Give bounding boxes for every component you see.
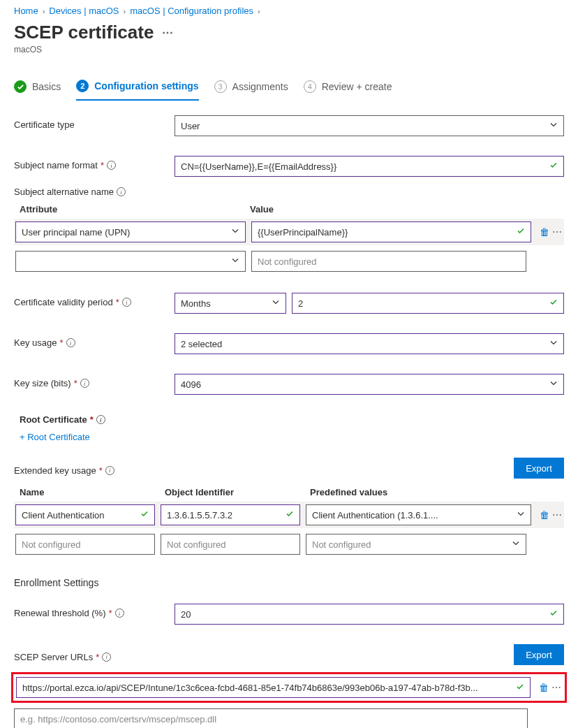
subj-name-label: Subject name format — [14, 160, 98, 170]
eku-predef-select[interactable]: Client Authentication (1.3.6.1.... — [306, 504, 531, 525]
more-icon[interactable]: ⋯ — [551, 682, 562, 693]
tab-assignments[interactable]: 3 Assignments — [214, 80, 288, 101]
tab-review-label: Review + create — [322, 81, 392, 92]
san-attr-empty-select[interactable] — [15, 251, 246, 272]
title-text: SCEP certificate — [14, 22, 154, 43]
info-icon[interactable]: i — [66, 338, 75, 347]
page-title: SCEP certificate ⋯ — [14, 22, 564, 43]
tab-review[interactable]: 4 Review + create — [304, 80, 392, 101]
eku-name-header: Name — [20, 487, 159, 497]
delete-icon[interactable]: 🗑 — [540, 226, 549, 238]
eku-oid-header: Object Identifier — [165, 487, 304, 497]
chevron-down-icon — [549, 379, 558, 390]
tab-config[interactable]: 2 Configuration settings — [76, 80, 198, 101]
page-subtitle: macOS — [14, 45, 564, 54]
eku-oid-empty-input[interactable]: Not configured — [161, 534, 300, 555]
key-usage-select[interactable]: 2 selected — [175, 333, 564, 354]
check-icon — [286, 510, 294, 520]
eku-label: Extended key usage — [14, 465, 96, 476]
info-icon[interactable]: i — [105, 466, 114, 475]
validity-label: Certificate validity period — [14, 297, 113, 307]
validity-value-input[interactable]: 2 — [292, 293, 564, 314]
validity-value: 2 — [298, 298, 303, 309]
info-icon[interactable]: i — [96, 415, 105, 424]
check-icon — [516, 683, 524, 693]
san-attr-select[interactable]: User principal name (UPN) — [15, 221, 246, 242]
nc-placeholder: Not configured — [22, 539, 81, 550]
eku-predef-empty-select[interactable]: Not configured — [306, 534, 526, 555]
root-cert-link[interactable]: + Root Certificate — [20, 432, 90, 442]
eku-oid-input[interactable]: 1.3.6.1.5.5.7.3.2 — [161, 504, 300, 525]
info-icon[interactable]: i — [107, 161, 116, 170]
more-icon[interactable]: ⋯ — [162, 26, 173, 39]
eku-name-value: Client Authentication — [22, 510, 105, 520]
info-icon[interactable]: i — [80, 379, 89, 388]
san-label: Subject alternative name — [14, 187, 114, 197]
breadcrumb-home[interactable]: Home — [14, 6, 38, 16]
delete-icon[interactable]: 🗑 — [539, 682, 549, 693]
nc-placeholder: Not configured — [312, 539, 371, 550]
delete-icon[interactable]: 🗑 — [540, 509, 549, 520]
key-size-label: Key size (bits) — [14, 378, 71, 388]
key-usage-value: 2 selected — [181, 339, 222, 349]
chevron-right-icon: › — [43, 7, 45, 15]
tab-basics-label: Basics — [32, 81, 61, 92]
info-icon[interactable]: i — [102, 653, 111, 662]
subj-name-input[interactable]: CN={{UserName}},E={{EmailAddress}} — [175, 156, 564, 177]
san-attr-value: User principal name (UPN) — [22, 227, 130, 238]
chevron-right-icon: › — [124, 7, 126, 15]
tab-basics[interactable]: Basics — [14, 80, 61, 101]
check-circle-icon — [14, 80, 27, 93]
key-usage-label: Key usage — [14, 337, 57, 348]
eku-predef-value: Client Authentication (1.3.6.1.... — [312, 510, 438, 520]
renewal-input[interactable]: 20 — [175, 604, 564, 625]
eku-oid-value: 1.3.6.1.5.5.7.3.2 — [167, 510, 232, 520]
san-value-empty-input[interactable]: Not configured — [251, 251, 526, 272]
nc-placeholder: Not configured — [167, 539, 226, 550]
scep-url-empty-input[interactable]: e.g. https://contoso.com/certsrv/mscep/m… — [14, 708, 528, 728]
scep-url-value: https://portal.ezca.io/api/SCEP/Intune/1… — [22, 683, 478, 693]
breadcrumb-devices[interactable]: Devices | macOS — [49, 6, 119, 16]
key-size-value: 4096 — [181, 379, 201, 390]
chevron-down-icon — [517, 510, 525, 520]
tab-assignments-label: Assignments — [232, 81, 288, 92]
step-2-icon: 2 — [76, 80, 89, 92]
more-icon[interactable]: ⋯ — [552, 226, 563, 238]
cert-type-value: User — [181, 121, 200, 131]
more-icon[interactable]: ⋯ — [552, 509, 563, 520]
url-placeholder: e.g. https://contoso.com/certsrv/mscep/m… — [20, 714, 216, 725]
export-button[interactable]: Export — [514, 458, 564, 479]
step-3-icon: 3 — [214, 80, 227, 93]
san-value-input[interactable]: {{UserPrincipalName}} — [251, 221, 531, 242]
info-icon[interactable]: i — [117, 187, 126, 196]
scep-url-input[interactable]: https://portal.ezca.io/api/SCEP/Intune/1… — [16, 677, 531, 698]
url-highlight: https://portal.ezca.io/api/SCEP/Intune/1… — [11, 672, 567, 703]
key-size-select[interactable]: 4096 — [175, 374, 564, 395]
validity-unit-value: Months — [181, 298, 211, 309]
tab-config-label: Configuration settings — [94, 80, 198, 92]
info-icon[interactable]: i — [115, 609, 124, 618]
subj-name-value: CN={{UserName}},E={{EmailAddress}} — [181, 161, 336, 172]
chevron-down-icon — [549, 339, 558, 349]
eku-predef-header: Predefined values — [310, 487, 564, 497]
check-icon — [549, 161, 558, 172]
breadcrumb: Home › Devices | macOS › macOS | Configu… — [14, 0, 564, 20]
breadcrumb-config[interactable]: macOS | Configuration profiles — [130, 6, 253, 16]
enrollment-heading: Enrollment Settings — [14, 577, 564, 588]
renewal-label: Renewal threshold (%) — [14, 608, 106, 618]
eku-name-input[interactable]: Client Authentication — [15, 504, 155, 525]
step-4-icon: 4 — [304, 80, 316, 93]
urls-label: SCEP Server URLs — [14, 652, 93, 662]
check-icon — [517, 227, 525, 238]
check-icon — [549, 298, 558, 309]
cert-type-label: Certificate type — [14, 115, 175, 130]
export-urls-button[interactable]: Export — [514, 644, 564, 665]
eku-name-empty-input[interactable]: Not configured — [15, 534, 155, 555]
info-icon[interactable]: i — [122, 298, 131, 307]
validity-unit-select[interactable]: Months — [175, 293, 286, 314]
check-icon — [140, 510, 149, 520]
attribute-header: Attribute — [20, 204, 250, 214]
root-cert-label: Root Certificate — [20, 414, 87, 425]
cert-type-select[interactable]: User — [175, 115, 564, 136]
chevron-down-icon — [231, 227, 239, 238]
